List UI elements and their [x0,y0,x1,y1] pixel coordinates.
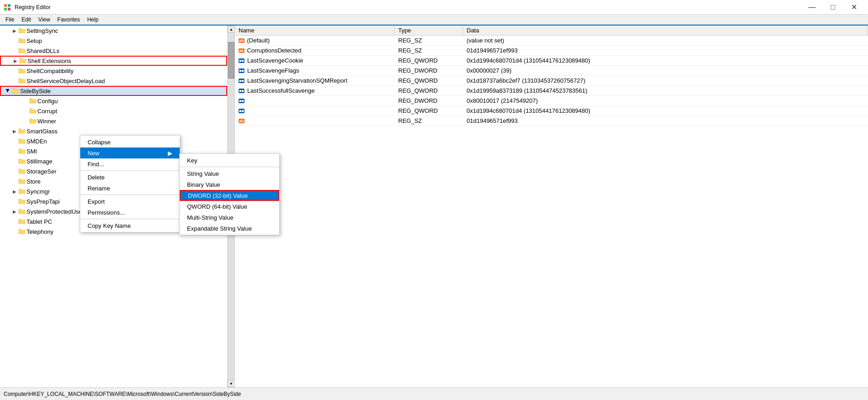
ctx-find[interactable]: Find... [80,158,180,169]
sub-expandablestringvalue[interactable]: Expandable String Value [180,223,279,234]
detail-type-lastscavengingstarvationsqmreport: REG_QWORD [395,77,463,84]
ctx-collapse[interactable]: Collapse [80,137,180,147]
ctx-new-label: New [88,150,99,157]
scroll-up-button[interactable]: ▲ [228,26,235,33]
scroll-down-button[interactable]: ▼ [228,380,235,387]
detail-row-lastscavengingstarvationsqmreport[interactable]: ■■ LastScavengingStarvationSQMReport REG… [235,76,868,86]
tree-label-smden: SMDEn [26,138,47,145]
tree-item-shellserviceobjectdelayload[interactable]: ▶ ShellServiceObjectDelayLoad [0,76,227,86]
detail-name-corruptionsdetected: CorruptionsDetected [247,47,301,54]
folder-icon-smden [18,137,26,145]
tree-arrow-sidebyside: ▶ [5,87,12,95]
context-menu: Collapse New ▶ Find... Delete Rename Exp… [80,135,180,232]
maximize-button[interactable]: □ [822,0,843,15]
app-icon [4,4,11,11]
ctx-export[interactable]: Export [80,196,180,207]
detail-row-7[interactable]: ■■ REG_DWORD 0x80010017 (2147549207) [235,96,868,106]
tree-item-settingsync[interactable]: ▶ SettingSync [0,26,227,36]
ctx-sep-1 [80,170,180,171]
reg-icon-7: ■■ [239,99,244,103]
detail-row-default[interactable]: ab (Default) REG_SZ (value not set) [235,36,868,46]
detail-data-8: 0x1d1994c680701d4 (1310544176123089480) [463,107,868,114]
sub-multistringvalue[interactable]: Multi-String Value [180,212,279,223]
detail-name-lastscavengeflags: LastScavengeFlags [247,67,299,74]
detail-type-default: REG_SZ [395,37,463,44]
minimize-button[interactable]: — [801,0,822,15]
submenu: Key String Value Binary Value DWORD (32-… [179,153,280,235]
detail-row-lastsuccessfullscavenge[interactable]: ■■ LastSuccessfullScavenge REG_QWORD 0x1… [235,86,868,96]
menu-file[interactable]: File [2,16,18,24]
tree-label-telephony: Telephony [26,228,53,235]
detail-data-corruptionsdetected: 01d19496571ef993 [463,47,868,54]
detail-row-8[interactable]: ■■ REG_QWORD 0x1d1994c680701d4 (13105441… [235,106,868,116]
ctx-new[interactable]: New ▶ [80,147,180,158]
detail-type-corruptionsdetected: REG_SZ [395,47,463,54]
detail-data-9: 01d19496571ef993 [463,117,868,124]
tree-item-smartglass[interactable]: ▶ SmartGlass [0,126,227,136]
menu-bar: File Edit View Favorites Help [0,15,868,25]
detail-type-lastscavengeflags: REG_DWORD [395,67,463,74]
svg-rect-1 [8,4,10,7]
detail-row-lastscavengecookie[interactable]: ■■ LastScavengeCookie REG_QWORD 0x1d1994… [235,56,868,66]
main-container: ▶ SettingSync ▶ Setup ▶ SharedDLLs [0,25,868,387]
menu-favorites[interactable]: Favorites [54,16,83,24]
reg-icon-9: ab [239,119,244,123]
tree-item-setup[interactable]: ▶ Setup [0,36,227,46]
sub-key[interactable]: Key [180,155,279,166]
col-header-name[interactable]: Name [235,26,395,35]
svg-rect-0 [4,4,7,7]
sub-dwordvalue[interactable]: DWORD (32-bit) Value [180,190,279,201]
sub-binaryvalue[interactable]: Binary Value [180,179,279,190]
detail-data-lastscavengecookie: 0x1d1994c680701d4 (1310544176123089480) [463,57,868,64]
detail-row-9[interactable]: ab REG_SZ 01d19496571ef993 [235,116,868,126]
sub-qwordvalue[interactable]: QWORD (64-bit) Value [180,201,279,212]
tree-item-sidebyside[interactable]: ▶ SideBySide [0,86,227,96]
tree-label-corrupt: Corrupt [37,108,57,115]
tree-label-shareddlls: SharedDLLs [26,47,59,54]
tree-label-shellserviceobjectdelayload: ShellServiceObjectDelayLoad [26,78,105,84]
sub-stringvalue[interactable]: String Value [180,168,279,179]
detail-name-lastscavengecookie: LastScavengeCookie [247,57,303,64]
detail-row-corruptionsdetected[interactable]: ab CorruptionsDetected REG_SZ 01d1949657… [235,46,868,56]
ctx-new-arrow: ▶ [168,150,172,157]
tree-label-shellcompatibility: ShellCompatibility [26,68,73,74]
ctx-sep-3 [80,219,180,219]
folder-icon-shellextensions [19,57,26,64]
close-button[interactable]: ✕ [843,0,864,15]
tree-label-winner: Winner [37,118,56,125]
tree-item-configu[interactable]: ▶ Configu [0,96,227,106]
reg-icon-lastsuccessfullscavenge: ■■ [239,89,244,93]
ctx-rename[interactable]: Rename [80,183,180,194]
reg-icon-corruptionsdetected: ab [239,48,244,53]
detail-name-lastscavengingstarvationsqmreport: LastScavengingStarvationSQMReport [247,77,348,84]
detail-row-lastscavengeflags[interactable]: ■■ LastScavengeFlags REG_DWORD 0x0000002… [235,66,868,76]
title-bar: Registry Editor — □ ✕ [0,0,868,15]
status-path: Computer\HKEY_LOCAL_MACHINE\SOFTWARE\Mic… [4,391,241,397]
detail-data-7: 0x80010017 (2147549207) [463,97,868,104]
ctx-copykeyname[interactable]: Copy Key Name [80,220,180,231]
col-header-type[interactable]: Type [395,26,463,35]
tree-item-corrupt[interactable]: ▶ Corrupt [0,106,227,116]
tree-label-store: Store [26,178,41,185]
title-bar-controls: — □ ✕ [801,0,864,15]
menu-edit[interactable]: Edit [18,16,35,24]
folder-icon-syncmgr [18,188,26,195]
tree-label-syncmgr: Syncmgr [26,188,50,195]
status-bar: Computer\HKEY_LOCAL_MACHINE\SOFTWARE\Mic… [0,387,868,400]
tree-item-winner[interactable]: ▶ Winner [0,116,227,126]
ctx-permissions[interactable]: Permissions... [80,207,180,218]
title-bar-title: Registry Editor [15,4,801,11]
tree-item-shellcompatibility[interactable]: ▶ ShellCompatibility [0,66,227,76]
scroll-thumb[interactable] [228,42,234,79]
svg-rect-2 [4,8,7,11]
ctx-delete[interactable]: Delete [80,172,180,183]
reg-icon-lastscavengingstarvationsqmreport: ■■ [239,79,244,83]
tree-label-storagese: StorageSer [26,168,57,175]
tree-arrow-settingsync: ▶ [11,27,18,34]
menu-help[interactable]: Help [83,16,102,24]
menu-view[interactable]: View [35,16,54,24]
tree-item-shellextensions[interactable]: ▶ Shell Extensions [0,56,227,66]
folder-icon-store [18,178,26,185]
tree-item-shareddlls[interactable]: ▶ SharedDLLs [0,46,227,56]
col-header-data[interactable]: Data [463,26,868,35]
